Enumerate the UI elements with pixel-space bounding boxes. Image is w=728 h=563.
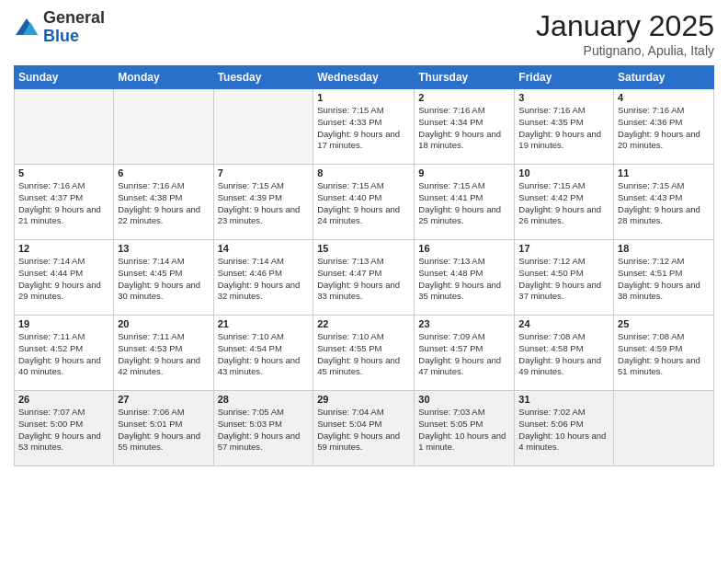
table-row: 20Sunrise: 7:11 AM Sunset: 4:53 PM Dayli…: [114, 316, 213, 391]
table-row: 17Sunrise: 7:12 AM Sunset: 4:50 PM Dayli…: [515, 240, 614, 316]
table-row: 31Sunrise: 7:02 AM Sunset: 5:06 PM Dayli…: [515, 391, 614, 466]
table-row: 14Sunrise: 7:14 AM Sunset: 4:46 PM Dayli…: [213, 240, 313, 316]
day-number: 31: [518, 394, 609, 405]
col-tuesday: Tuesday: [213, 66, 313, 89]
day-info: Sunrise: 7:04 AM Sunset: 5:04 PM Dayligh…: [317, 407, 410, 454]
table-row: 10Sunrise: 7:15 AM Sunset: 4:42 PM Dayli…: [515, 165, 614, 240]
day-info: Sunrise: 7:02 AM Sunset: 5:06 PM Dayligh…: [518, 407, 609, 454]
day-number: 25: [618, 318, 710, 329]
table-row: 13Sunrise: 7:14 AM Sunset: 4:45 PM Dayli…: [114, 240, 213, 316]
table-row: 12Sunrise: 7:14 AM Sunset: 4:44 PM Dayli…: [15, 240, 114, 316]
col-wednesday: Wednesday: [313, 66, 415, 89]
day-number: 14: [218, 243, 310, 254]
calendar-page: General Blue January 2025 Putignano, Apu…: [0, 0, 728, 563]
logo-general: General: [43, 8, 105, 27]
col-thursday: Thursday: [415, 66, 515, 89]
calendar-header-row: Sunday Monday Tuesday Wednesday Thursday…: [15, 66, 714, 89]
day-number: 19: [18, 318, 109, 329]
table-row: 2Sunrise: 7:16 AM Sunset: 4:34 PM Daylig…: [415, 89, 515, 165]
day-number: 24: [518, 318, 609, 329]
day-number: 17: [518, 243, 609, 254]
logo-icon: [14, 15, 40, 40]
day-number: 3: [518, 92, 609, 103]
table-row: 4Sunrise: 7:16 AM Sunset: 4:36 PM Daylig…: [614, 89, 714, 165]
day-info: Sunrise: 7:12 AM Sunset: 4:50 PM Dayligh…: [518, 256, 609, 303]
table-row: [15, 89, 114, 165]
day-number: 28: [218, 394, 310, 405]
logo-text: General Blue: [43, 9, 105, 46]
day-info: Sunrise: 7:15 AM Sunset: 4:40 PM Dayligh…: [317, 180, 410, 227]
month-title: January 2025: [536, 9, 714, 43]
table-row: 18Sunrise: 7:12 AM Sunset: 4:51 PM Dayli…: [614, 240, 714, 316]
day-info: Sunrise: 7:12 AM Sunset: 4:51 PM Dayligh…: [618, 256, 710, 303]
table-row: 7Sunrise: 7:15 AM Sunset: 4:39 PM Daylig…: [213, 165, 313, 240]
table-row: 25Sunrise: 7:08 AM Sunset: 4:59 PM Dayli…: [614, 316, 714, 391]
day-number: 6: [118, 167, 209, 178]
day-info: Sunrise: 7:09 AM Sunset: 4:57 PM Dayligh…: [418, 331, 510, 378]
table-row: 21Sunrise: 7:10 AM Sunset: 4:54 PM Dayli…: [213, 316, 313, 391]
table-row: [213, 89, 313, 165]
day-number: 1: [317, 92, 410, 103]
day-info: Sunrise: 7:05 AM Sunset: 5:03 PM Dayligh…: [218, 407, 310, 454]
table-row: [614, 391, 714, 466]
day-info: Sunrise: 7:16 AM Sunset: 4:34 PM Dayligh…: [418, 105, 510, 152]
table-row: 16Sunrise: 7:13 AM Sunset: 4:48 PM Dayli…: [415, 240, 515, 316]
day-info: Sunrise: 7:10 AM Sunset: 4:55 PM Dayligh…: [317, 331, 410, 378]
logo-blue: Blue: [43, 27, 79, 45]
day-number: 27: [118, 394, 209, 405]
calendar-week-row: 1Sunrise: 7:15 AM Sunset: 4:33 PM Daylig…: [15, 89, 714, 165]
col-saturday: Saturday: [614, 66, 714, 89]
table-row: 11Sunrise: 7:15 AM Sunset: 4:43 PM Dayli…: [614, 165, 714, 240]
day-number: 13: [118, 243, 209, 254]
day-number: 2: [418, 92, 510, 103]
day-info: Sunrise: 7:13 AM Sunset: 4:48 PM Dayligh…: [418, 256, 510, 303]
table-row: 6Sunrise: 7:16 AM Sunset: 4:38 PM Daylig…: [114, 165, 213, 240]
calendar-week-row: 26Sunrise: 7:07 AM Sunset: 5:00 PM Dayli…: [15, 391, 714, 466]
table-row: 24Sunrise: 7:08 AM Sunset: 4:58 PM Dayli…: [515, 316, 614, 391]
day-number: 26: [18, 394, 109, 405]
day-number: 23: [418, 318, 510, 329]
day-number: 9: [418, 167, 510, 178]
table-row: 5Sunrise: 7:16 AM Sunset: 4:37 PM Daylig…: [15, 165, 114, 240]
day-info: Sunrise: 7:14 AM Sunset: 4:44 PM Dayligh…: [18, 256, 109, 303]
page-header: General Blue January 2025 Putignano, Apu…: [14, 9, 714, 58]
title-block: January 2025 Putignano, Apulia, Italy: [536, 9, 714, 58]
day-number: 22: [317, 318, 410, 329]
table-row: 23Sunrise: 7:09 AM Sunset: 4:57 PM Dayli…: [415, 316, 515, 391]
day-number: 29: [317, 394, 410, 405]
table-row: 30Sunrise: 7:03 AM Sunset: 5:05 PM Dayli…: [415, 391, 515, 466]
day-number: 8: [317, 167, 410, 178]
calendar-week-row: 5Sunrise: 7:16 AM Sunset: 4:37 PM Daylig…: [15, 165, 714, 240]
day-info: Sunrise: 7:16 AM Sunset: 4:37 PM Dayligh…: [18, 180, 109, 227]
day-info: Sunrise: 7:08 AM Sunset: 4:58 PM Dayligh…: [518, 331, 609, 378]
table-row: 19Sunrise: 7:11 AM Sunset: 4:52 PM Dayli…: [15, 316, 114, 391]
day-info: Sunrise: 7:15 AM Sunset: 4:43 PM Dayligh…: [618, 180, 710, 227]
day-info: Sunrise: 7:15 AM Sunset: 4:42 PM Dayligh…: [518, 180, 609, 227]
day-number: 21: [218, 318, 310, 329]
day-info: Sunrise: 7:06 AM Sunset: 5:01 PM Dayligh…: [118, 407, 209, 454]
day-number: 16: [418, 243, 510, 254]
day-number: 15: [317, 243, 410, 254]
day-number: 30: [418, 394, 510, 405]
day-info: Sunrise: 7:11 AM Sunset: 4:53 PM Dayligh…: [118, 331, 209, 378]
day-info: Sunrise: 7:14 AM Sunset: 4:45 PM Dayligh…: [118, 256, 209, 303]
day-info: Sunrise: 7:15 AM Sunset: 4:33 PM Dayligh…: [317, 105, 410, 152]
day-info: Sunrise: 7:13 AM Sunset: 4:47 PM Dayligh…: [317, 256, 410, 303]
logo: General Blue: [14, 9, 105, 46]
day-info: Sunrise: 7:11 AM Sunset: 4:52 PM Dayligh…: [18, 331, 109, 378]
day-info: Sunrise: 7:03 AM Sunset: 5:05 PM Dayligh…: [418, 407, 510, 454]
location-subtitle: Putignano, Apulia, Italy: [536, 43, 714, 58]
table-row: 26Sunrise: 7:07 AM Sunset: 5:00 PM Dayli…: [15, 391, 114, 466]
col-sunday: Sunday: [15, 66, 114, 89]
day-number: 7: [218, 167, 310, 178]
day-info: Sunrise: 7:14 AM Sunset: 4:46 PM Dayligh…: [218, 256, 310, 303]
day-info: Sunrise: 7:15 AM Sunset: 4:39 PM Dayligh…: [218, 180, 310, 227]
day-info: Sunrise: 7:15 AM Sunset: 4:41 PM Dayligh…: [418, 180, 510, 227]
table-row: 29Sunrise: 7:04 AM Sunset: 5:04 PM Dayli…: [313, 391, 415, 466]
table-row: 15Sunrise: 7:13 AM Sunset: 4:47 PM Dayli…: [313, 240, 415, 316]
calendar-week-row: 19Sunrise: 7:11 AM Sunset: 4:52 PM Dayli…: [15, 316, 714, 391]
table-row: 3Sunrise: 7:16 AM Sunset: 4:35 PM Daylig…: [515, 89, 614, 165]
day-info: Sunrise: 7:16 AM Sunset: 4:36 PM Dayligh…: [618, 105, 710, 152]
table-row: 1Sunrise: 7:15 AM Sunset: 4:33 PM Daylig…: [313, 89, 415, 165]
table-row: 28Sunrise: 7:05 AM Sunset: 5:03 PM Dayli…: [213, 391, 313, 466]
